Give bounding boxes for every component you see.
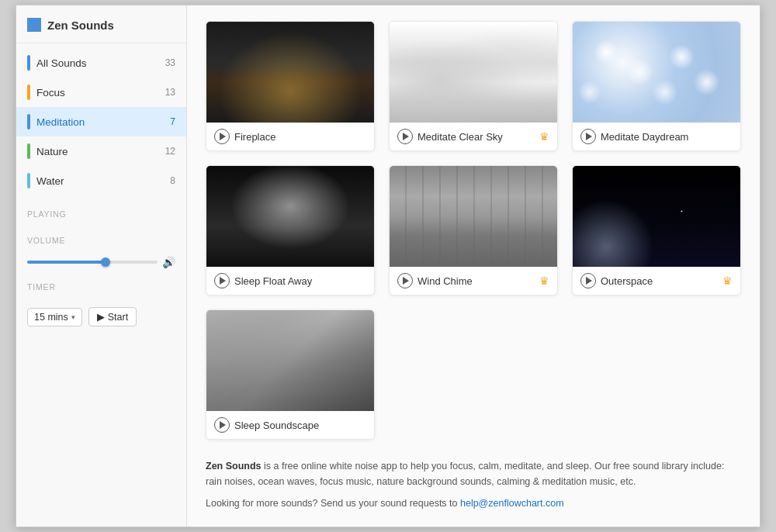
sound-name-meditate-daydream: Meditate Daydream	[601, 131, 733, 143]
timer-control: 15 mins ▾ ▶ Start	[16, 295, 186, 326]
sound-card-footer: Meditate Clear Sky ♛	[390, 123, 557, 150]
nav-item-label: Focus	[36, 87, 165, 98]
play-icon	[403, 133, 409, 140]
volume-control: 🔊	[16, 248, 186, 268]
play-button-fireplace[interactable]	[214, 129, 230, 144]
nav-list: All Sounds 33 Focus 13 Meditation 7 Natu…	[16, 48, 186, 195]
sidebar-item-focus[interactable]: Focus 13	[16, 78, 186, 107]
sound-card-fireplace: Fireplace	[206, 21, 375, 151]
sound-image-meditate-clear-sky	[390, 22, 557, 123]
footer-brand: Zen Sounds	[206, 461, 262, 472]
sound-card-footer: Fireplace	[206, 123, 374, 150]
crown-icon: ♛	[539, 130, 549, 143]
sound-card-footer: Meditate Daydream	[573, 123, 740, 150]
sound-image-sleep-soundscape	[206, 310, 374, 411]
play-icon	[220, 421, 226, 429]
sound-image-fireplace	[206, 22, 374, 123]
crown-icon: ♛	[539, 275, 549, 287]
nav-indicator	[27, 55, 30, 71]
play-icon	[220, 133, 226, 140]
sound-image-sleep-float-away	[206, 166, 374, 267]
sound-image-meditate-daydream	[573, 22, 740, 123]
timer-section-label: TIMER	[16, 268, 186, 295]
app-header: Zen Sounds	[16, 5, 186, 43]
nav-item-label: All Sounds	[36, 57, 165, 69]
timer-value: 15 mins	[34, 312, 68, 323]
footer-text1: is a free online white noise app to help…	[206, 461, 724, 487]
footer-text2: Looking for more sounds? Send us your so…	[206, 498, 460, 509]
sound-name-sleep-soundscape: Sleep Soundscape	[234, 420, 366, 431]
sidebar-item-nature[interactable]: Nature 12	[16, 136, 186, 166]
sidebar-item-water[interactable]: Water 8	[16, 166, 186, 195]
nav-indicator	[27, 143, 30, 159]
nav-item-label: Water	[36, 175, 170, 187]
play-icon	[586, 277, 592, 285]
start-button[interactable]: ▶ Start	[88, 307, 137, 326]
play-button-outerspace[interactable]	[580, 273, 596, 288]
timer-select[interactable]: 15 mins ▾	[27, 308, 82, 326]
volume-slider[interactable]	[27, 261, 158, 264]
nav-indicator	[27, 114, 30, 130]
start-label: Start	[108, 312, 128, 323]
nav-item-count: 13	[165, 87, 175, 98]
sound-image-outerspace	[573, 166, 740, 267]
play-icon	[403, 277, 409, 285]
sound-card-footer: Sleep Float Away	[206, 267, 374, 295]
chevron-down-icon: ▾	[71, 313, 75, 321]
sound-image-wind-chime	[390, 166, 557, 267]
sound-name-outerspace: Outerspace	[601, 275, 718, 287]
nav-item-count: 33	[165, 57, 175, 68]
sound-card-sleep-float-away: Sleep Float Away	[206, 165, 375, 295]
play-button-sleep-float-away[interactable]	[214, 273, 230, 288]
play-button-wind-chime[interactable]	[397, 273, 413, 288]
playing-section-label: PLAYING	[16, 195, 186, 222]
volume-section-label: VOLUME	[16, 222, 186, 248]
main-content: Fireplace Meditate Clear Sky ♛ Meditate …	[187, 5, 760, 527]
sound-card-meditate-daydream: Meditate Daydream	[572, 21, 741, 151]
nav-item-count: 12	[165, 146, 175, 157]
sidebar: Zen Sounds All Sounds 33 Focus 13 Medita…	[16, 5, 187, 527]
play-button-meditate-daydream[interactable]	[580, 129, 596, 144]
play-button-sleep-soundscape[interactable]	[214, 417, 230, 433]
play-button-meditate-clear-sky[interactable]	[397, 129, 413, 144]
play-icon	[586, 133, 592, 140]
play-icon: ▶	[97, 311, 105, 323]
app-title: Zen Sounds	[47, 19, 114, 32]
sidebar-item-meditation[interactable]: Meditation 7	[16, 107, 186, 136]
sound-card-outerspace: Outerspace ♛	[572, 165, 741, 295]
nav-item-count: 8	[170, 175, 175, 186]
sound-card-sleep-soundscape: Sleep Soundscape	[206, 309, 375, 440]
nav-indicator	[27, 173, 30, 188]
nav-indicator	[27, 85, 30, 100]
nav-item-count: 7	[170, 116, 175, 127]
sidebar-item-all-sounds[interactable]: All Sounds 33	[16, 48, 186, 78]
sound-card-footer: Sleep Soundscape	[206, 411, 374, 439]
sound-card-footer: Wind Chime ♛	[390, 267, 557, 295]
nav-item-label: Meditation	[36, 116, 170, 128]
sound-card-wind-chime: Wind Chime ♛	[389, 165, 558, 295]
crown-icon: ♛	[722, 275, 733, 287]
app-logo	[27, 18, 41, 32]
play-icon	[220, 277, 226, 285]
sound-name-wind-chime: Wind Chime	[417, 275, 535, 287]
nav-item-label: Nature	[36, 146, 165, 157]
sound-name-meditate-clear-sky: Meditate Clear Sky	[417, 131, 535, 143]
footer-email[interactable]: help@zenflowchart.com	[460, 498, 564, 509]
sound-grid: Fireplace Meditate Clear Sky ♛ Meditate …	[206, 21, 741, 440]
volume-icon: 🔊	[162, 256, 175, 268]
footer-description: Zen Sounds is a free online white noise …	[206, 458, 741, 511]
sound-card-meditate-clear-sky: Meditate Clear Sky ♛	[389, 21, 558, 151]
sound-name-fireplace: Fireplace	[234, 131, 366, 143]
sound-name-sleep-float-away: Sleep Float Away	[234, 275, 366, 287]
sound-card-footer: Outerspace ♛	[573, 267, 740, 295]
